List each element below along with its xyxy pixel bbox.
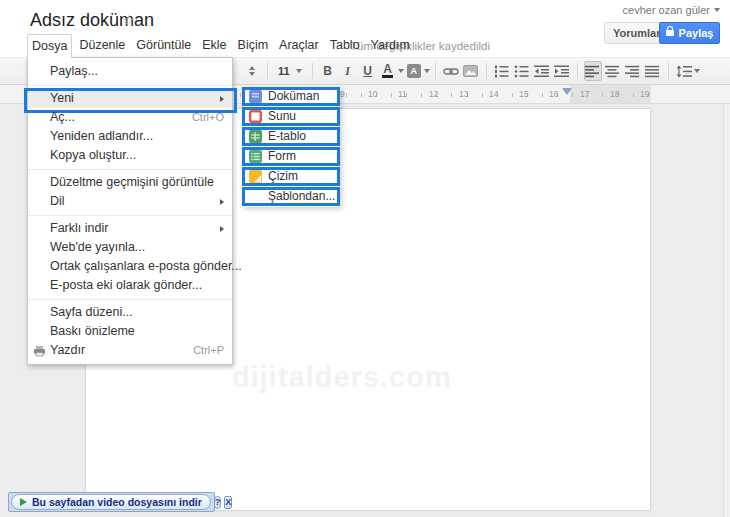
align-justify-button[interactable] [644, 61, 662, 81]
submenu-item-sunu[interactable]: Sunu [242, 107, 340, 126]
file-menu-item-webde-yayinla[interactable]: Web'de yayınla... [28, 238, 232, 257]
lock-icon [666, 30, 674, 36]
numbered-list-button[interactable] [493, 61, 511, 81]
submenu-item-label: Doküman [268, 90, 319, 103]
drawing-icon [249, 170, 262, 183]
menu-tablo[interactable]: Tablo [326, 34, 364, 58]
ruler-number: 14 [489, 89, 498, 99]
font-size-dropdown[interactable]: 11 [274, 61, 306, 81]
comments-label: Yorumlar [613, 27, 660, 39]
menu-item-label: Düzeltme geçmişini görüntüle [50, 175, 214, 189]
ruler-number: 18 [610, 89, 619, 99]
toolbar-divider [267, 63, 268, 79]
menu-araclar[interactable]: Araçlar [275, 34, 323, 58]
line-spacing-icon [676, 65, 692, 78]
text-color-letter: A [383, 64, 392, 74]
chevron-down-icon[interactable] [424, 69, 430, 73]
file-menu-item-paylas[interactable]: Paylaş... [28, 62, 232, 81]
video-download-label: Bu sayfadan video dosyasını indir [32, 496, 202, 508]
help-button[interactable]: ? [214, 496, 222, 509]
chevron-down-icon[interactable] [398, 69, 404, 73]
text-color-button[interactable]: A [379, 61, 397, 81]
align-left-button[interactable] [584, 61, 602, 81]
toolbar-divider [577, 63, 578, 79]
file-menu-item-eposta-eki[interactable]: E-posta eki olarak gönder... [28, 276, 232, 295]
menu-separator [28, 299, 232, 300]
indent-button[interactable] [553, 61, 571, 81]
bold-button[interactable]: B [319, 61, 337, 81]
menu-yardim[interactable]: Yardım [367, 34, 414, 58]
menu-goruntule[interactable]: Görüntüle [132, 34, 195, 58]
chevron-down-icon [296, 69, 302, 73]
file-menu-item-farkli-indir[interactable]: Farklı indir [28, 219, 232, 238]
menu-duzenle[interactable]: Düzenle [75, 34, 129, 58]
toolbar-divider [312, 63, 313, 79]
chevron-down-icon[interactable] [694, 69, 700, 73]
right-margin-marker[interactable] [562, 88, 572, 95]
video-download-button[interactable]: Bu sayfadan video dosyasını indir [11, 494, 211, 510]
spinner-icon[interactable] [243, 61, 261, 81]
printer-icon [33, 345, 46, 357]
align-center-icon [605, 65, 620, 78]
star-icon[interactable]: ☆ [122, 11, 135, 29]
submenu-item-cizim[interactable]: Çizim [242, 167, 340, 186]
new-submenu: Doküman Sunu E-tablo Form Çizim [242, 87, 340, 207]
ruler-number: 17 [580, 89, 589, 99]
line-spacing-button[interactable] [675, 61, 693, 81]
insert-image-button[interactable] [462, 61, 480, 81]
file-menu-item-yazdir[interactable]: Yazdır Ctrl+P [28, 341, 232, 360]
bulleted-list-button[interactable] [513, 61, 531, 81]
menu-dosya[interactable]: Dosya [27, 34, 72, 58]
submenu-item-form[interactable]: Form [242, 147, 340, 166]
spreadsheet-icon [249, 130, 262, 143]
header: Adsız doküman ☆ cevher ozan güler Yoruml… [0, 0, 730, 57]
document-title[interactable]: Adsız doküman [30, 10, 154, 31]
outdent-button[interactable] [533, 61, 551, 81]
submenu-item-label: Çizim [268, 170, 298, 183]
highlight-color-button[interactable]: A [405, 61, 423, 81]
file-menu-item-dil[interactable]: Dil [28, 192, 232, 211]
file-menu-item-yeniden-adlandir[interactable]: Yeniden adlandır... [28, 127, 232, 146]
toolbar-divider [486, 63, 487, 79]
insert-link-button[interactable] [442, 61, 460, 81]
share-button[interactable]: Paylaş [659, 22, 720, 44]
file-menu-item-duzeltme-gecmisi[interactable]: Düzeltme geçmişini görüntüle [28, 173, 232, 192]
file-menu-item-ortak-calisanlara[interactable]: Ortak çalışanlara e-posta gönder... [28, 257, 232, 276]
submenu-item-label: Şablondan... [268, 190, 335, 203]
file-menu-item-baski-onizleme[interactable]: Baskı önizleme [28, 322, 232, 341]
menu-ekle[interactable]: Ekle [198, 34, 230, 58]
align-right-button[interactable] [624, 61, 642, 81]
color-bar [382, 75, 393, 78]
menu-item-label: Yeniden adlandır... [50, 129, 153, 143]
file-menu-item-sayfa-duzeni[interactable]: Sayfa düzeni... [28, 303, 232, 322]
play-icon [20, 498, 27, 506]
font-size-value: 11 [278, 65, 290, 77]
menu-separator [28, 169, 232, 170]
bulleted-list-icon [514, 65, 529, 78]
submenu-item-dokuman[interactable]: Doküman [242, 87, 340, 106]
close-button[interactable]: X [224, 496, 232, 509]
submenu-item-etablo[interactable]: E-tablo [242, 127, 340, 146]
submenu-item-label: Sunu [268, 110, 296, 123]
menu-item-label: Web'de yayınla... [50, 240, 145, 254]
align-center-button[interactable] [604, 61, 622, 81]
menu-bicim[interactable]: Biçim [234, 34, 273, 58]
vertical-scrollbar[interactable] [723, 104, 730, 517]
account-menu[interactable]: cevher ozan güler [623, 4, 720, 16]
toolbar-divider [668, 63, 669, 79]
file-menu-item-ac[interactable]: Aç... Ctrl+O [28, 108, 232, 127]
align-right-icon [625, 65, 640, 78]
file-menu-item-kopya-olustur[interactable]: Kopya oluştur... [28, 146, 232, 165]
account-name: cevher ozan güler [623, 4, 710, 16]
image-icon [463, 65, 478, 77]
file-menu-item-yeni[interactable]: Yeni [28, 89, 232, 108]
underline-button[interactable]: U [359, 61, 377, 81]
menu-item-label: Baskı önizleme [50, 324, 135, 338]
menu-separator [28, 215, 232, 216]
submenu-item-sablondan[interactable]: Şablondan... [242, 187, 340, 206]
menu-item-label: Dil [50, 194, 65, 208]
align-left-icon [585, 65, 600, 78]
italic-button[interactable]: I [339, 61, 357, 81]
menu-item-label: Sayfa düzeni... [50, 305, 133, 319]
menu-item-label: Aç... [50, 110, 75, 124]
